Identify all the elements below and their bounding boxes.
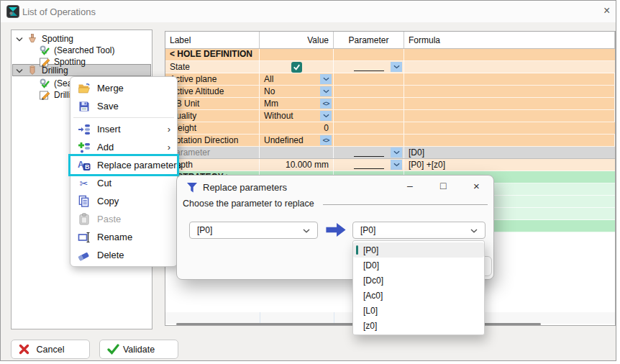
row-label: Active Altitude	[165, 86, 260, 97]
row-value[interactable]: 10.000 mm	[260, 159, 334, 170]
table-row[interactable]: Active Altitude No	[165, 86, 615, 98]
spinner-icon[interactable]: <>	[320, 99, 332, 109]
row-formula[interactable]: [P0] +[z0]	[404, 159, 615, 170]
edit-icon	[39, 89, 50, 101]
dropdown-option[interactable]: [Dc0]	[353, 273, 484, 288]
row-formula[interactable]: [D0]	[404, 147, 615, 158]
menu-item-label: Add	[97, 142, 114, 153]
dropdown-option[interactable]: [L0]	[353, 303, 484, 318]
menu-item-delete[interactable]: Delete	[70, 246, 177, 264]
parameter-underline[interactable]	[354, 149, 384, 157]
menu-item-label: Rename	[97, 232, 132, 242]
table-row[interactable]: Active plane All	[165, 73, 615, 86]
row-label: DB Unit	[165, 98, 260, 109]
parameter-underline[interactable]	[354, 63, 384, 71]
table-row[interactable]: State	[165, 61, 615, 73]
selected-value: [P0]	[360, 225, 375, 235]
table-row[interactable]: DB Unit Mm <>	[165, 98, 615, 110]
rename-icon	[77, 231, 91, 244]
tree-item-label: (Searched Tool)	[54, 45, 115, 55]
menu-item-label: Insert	[97, 124, 121, 135]
menu-item-merge[interactable]: Merge	[70, 79, 177, 97]
table-header: Label Value Parameter Formula	[165, 32, 615, 49]
dropdown-option[interactable]: [Ac0]	[353, 288, 484, 303]
minimize-icon[interactable]: –	[407, 180, 413, 191]
row-label: State	[165, 61, 260, 73]
arrow-right-icon	[325, 222, 347, 238]
menu-item-label: Copy	[97, 196, 119, 206]
dropdown-chevron-icon[interactable]	[320, 74, 332, 84]
dropdown-option[interactable]: [z0]	[353, 318, 484, 333]
tree-item-drilling[interactable]: Drilling	[16, 65, 68, 76]
cancel-button[interactable]: Cancel	[11, 340, 90, 359]
close-icon[interactable]: ×	[473, 180, 480, 192]
menu-separator	[73, 117, 174, 118]
cut-scissors-icon: ✂	[77, 177, 91, 190]
menu-item-cut[interactable]: ✂ Cut	[70, 174, 177, 192]
menu-item-label: Replace parameters	[97, 160, 181, 170]
cancel-label: Cancel	[37, 345, 65, 355]
merge-folder-icon	[77, 82, 91, 95]
dropdown-chevron-icon[interactable]	[391, 160, 402, 170]
parameter-from-select[interactable]: [P0]	[189, 222, 318, 239]
menu-item-label: Paste	[97, 214, 121, 224]
parameter-underline[interactable]	[354, 161, 384, 169]
dropdown-chevron-icon[interactable]	[391, 62, 402, 72]
menu-item-replace-parameters[interactable]: AB Replace parameters	[70, 156, 177, 174]
menu-item-rename[interactable]: Rename	[70, 228, 177, 246]
header-parameter[interactable]: Parameter	[334, 32, 404, 48]
table-row[interactable]: Depth 10.000 mm [P0] +[z0]	[165, 159, 615, 171]
table-row[interactable]: Weight 0	[165, 122, 615, 135]
menu-item-label: Cut	[97, 178, 111, 188]
selected-value: [P0]	[197, 225, 212, 235]
validate-button[interactable]: Validate	[99, 340, 178, 359]
dropdown-chevron-icon[interactable]	[320, 111, 332, 121]
menu-item-copy[interactable]: Copy	[70, 192, 177, 210]
chevron-down-icon[interactable]	[16, 37, 23, 42]
table-row[interactable]: Quality Without	[165, 110, 615, 122]
copy-icon	[77, 195, 91, 208]
state-checkbox[interactable]	[291, 62, 302, 73]
chevron-down-icon	[470, 225, 478, 235]
group-label: Choose the parameter to replace	[183, 199, 314, 209]
close-icon[interactable]: ×	[603, 4, 610, 17]
menu-item-paste: Paste	[70, 210, 177, 228]
menu-item-insert[interactable]: Insert ›	[70, 120, 177, 138]
filter-funnel-icon	[186, 182, 198, 194]
menu-item-add[interactable]: Add ›	[70, 138, 177, 156]
save-floppy-icon	[77, 100, 91, 113]
table-row[interactable]: Parameter [D0]	[165, 147, 615, 159]
searched-tool-icon	[39, 45, 50, 56]
row-value[interactable]: 0	[260, 122, 334, 134]
svg-text:B: B	[85, 163, 90, 170]
spinner-icon[interactable]: <>	[320, 135, 332, 145]
row-label: Parameter	[165, 147, 260, 158]
window-title: List of Operations	[22, 6, 96, 17]
dropdown-option[interactable]: [D0]	[353, 258, 484, 273]
header-formula[interactable]: Formula	[404, 32, 615, 48]
table-row[interactable]: Rotation Direction Undefined <>	[165, 135, 615, 147]
context-menu: Merge Save Insert › Add › AB Replace par…	[70, 76, 178, 267]
chevron-down-icon[interactable]	[16, 68, 23, 73]
table-row[interactable]: < HOLE DEFINITION >	[165, 49, 615, 61]
tree-item-spotting[interactable]: Spotting	[16, 33, 73, 45]
dropdown-chevron-icon[interactable]	[391, 147, 402, 158]
list-of-operations-window: List of Operations × Spotting (Searched …	[0, 0, 616, 361]
tree-item-searched-tool-1[interactable]: (Searched Tool)	[39, 45, 115, 56]
menu-item-save[interactable]: Save	[70, 97, 177, 115]
chevron-down-icon	[303, 225, 310, 235]
header-label[interactable]: Label	[165, 32, 260, 48]
dropdown-option[interactable]: [P0]	[353, 242, 484, 258]
maximize-icon[interactable]: □	[440, 180, 446, 191]
header-value[interactable]: Value	[260, 32, 334, 48]
row-label: Active plane	[165, 73, 260, 85]
dropdown-chevron-icon[interactable]	[320, 86, 332, 96]
spotting-tool-icon	[27, 33, 38, 45]
delete-eraser-icon	[77, 249, 91, 262]
validate-check-icon	[107, 344, 119, 355]
row-label: Rotation Direction	[165, 135, 260, 146]
menu-item-label: Merge	[97, 83, 124, 94]
titlebar: List of Operations ×	[1, 1, 616, 22]
searched-tool-icon	[39, 78, 50, 89]
parameter-to-select[interactable]: [P0]	[352, 222, 485, 239]
